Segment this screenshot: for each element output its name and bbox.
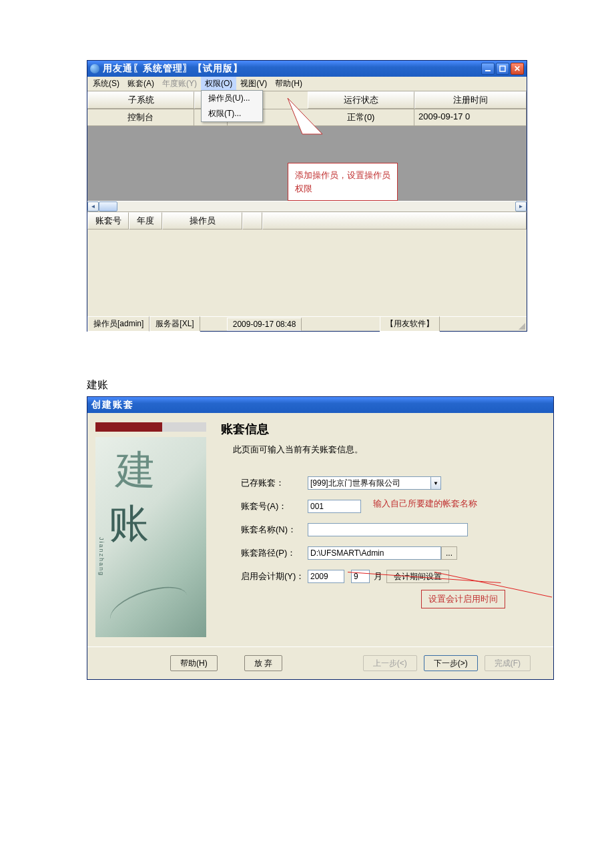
- col2-blank[interactable]: [242, 212, 262, 230]
- col2-acct[interactable]: 账套号: [87, 212, 129, 230]
- scroll-thumb[interactable]: [99, 201, 117, 211]
- status-server: 服务器[XL]: [149, 316, 200, 332]
- status-operator: 操作员[admin]: [87, 316, 149, 332]
- wizard-side-panel: 建 账 Jianzhang: [87, 413, 214, 646]
- menu-auth-label: 权限(O): [205, 79, 232, 88]
- wizard-form-panel: 账套信息 此页面可输入当前有关账套信息。 已存账套： ▼ 账套号(A)： 输入自…: [214, 413, 553, 646]
- label-exist: 已存账套：: [241, 477, 308, 489]
- decor-bar: [95, 422, 206, 432]
- section-label: 建账: [87, 378, 527, 392]
- status-time: 2009-09-17 08:48: [227, 318, 302, 331]
- prev-button: 上一步(<): [363, 655, 417, 671]
- label-name: 账套名称(N)：: [241, 524, 308, 536]
- callout-box: 添加操作员，设置操作员权限: [288, 163, 398, 201]
- lower-grid-body: [87, 230, 527, 316]
- svg-rect-1: [500, 66, 505, 71]
- wizard-subheading: 此页面可输入当前有关账套信息。: [233, 444, 541, 456]
- menu-system[interactable]: 系统(S): [89, 77, 123, 91]
- col-subsystem[interactable]: 子系统: [87, 91, 194, 109]
- auth-dropdown: 操作员(U)... 权限(T)...: [201, 90, 263, 122]
- menubar: 系统(S) 账套(A) 年度账(Y) 权限(O) 操作员(U)... 权限(T)…: [87, 77, 527, 91]
- col-regtime[interactable]: 注册时间: [414, 91, 527, 109]
- menu-year[interactable]: 年度账(Y): [158, 77, 201, 91]
- existing-account-input[interactable]: [308, 476, 430, 490]
- close-button[interactable]: ✕: [511, 63, 524, 75]
- period-year-input[interactable]: [308, 570, 344, 583]
- decor-image: 建 账 Jianzhang: [95, 437, 206, 637]
- unit-month: 月: [370, 570, 386, 582]
- col2-rest[interactable]: [262, 212, 527, 230]
- cancel-button[interactable]: 放 弃: [244, 655, 282, 671]
- account-number-input[interactable]: [308, 500, 361, 513]
- wizard-footer: 帮助(H) 放 弃 上一步(<) 下一步(>) 完成(F): [87, 646, 553, 679]
- label-path: 账套路径(P)：: [241, 547, 308, 559]
- cell-time: 2009-09-17 0: [414, 109, 527, 125]
- wizard-titlebar[interactable]: 创建账套: [87, 397, 553, 413]
- col2-year[interactable]: 年度: [129, 212, 162, 230]
- statusbar: 操作员[admin] 服务器[XL] 2009-09-17 08:48 【用友软…: [87, 316, 527, 331]
- note-name: 输入自己所要建的帐套名称: [373, 498, 477, 510]
- minimize-button[interactable]: [481, 63, 495, 75]
- menu-account[interactable]: 账套(A): [123, 77, 158, 91]
- decor-pinyin: Jianzhang: [98, 537, 105, 576]
- resize-grip-icon[interactable]: [517, 319, 527, 330]
- account-name-input[interactable]: [308, 523, 468, 536]
- scroll-track[interactable]: [99, 201, 515, 211]
- svg-rect-0: [485, 70, 491, 71]
- decor-swash-icon: [105, 579, 192, 636]
- wizard-heading: 账套信息: [221, 421, 541, 437]
- help-button[interactable]: 帮助(H): [170, 655, 218, 671]
- app-icon: [90, 64, 99, 73]
- next-button[interactable]: 下一步(>): [424, 655, 478, 671]
- label-period: 启用会计期(Y)：: [241, 570, 308, 582]
- create-account-window: 创建账套 建 账 Jianzhang 账套信息 此页面可输入当前有关账套信息。 …: [87, 396, 554, 680]
- scroll-left-button[interactable]: ◄: [87, 201, 99, 211]
- upper-grid-body: 添加操作员，设置操作员权限: [87, 126, 527, 201]
- menu-help[interactable]: 帮助(H): [271, 77, 306, 91]
- system-admin-window: 用友通〖系统管理〗【试用版】 ✕ 系统(S) 账套(A) 年度账(Y) 权限(O…: [87, 60, 527, 332]
- cell-console: 控制台: [87, 109, 194, 125]
- horizontal-scrollbar[interactable]: ◄ ►: [87, 201, 527, 212]
- dropdown-operator[interactable]: 操作员(U)...: [202, 91, 262, 106]
- scroll-right-button[interactable]: ►: [515, 201, 527, 211]
- combo-existing-account[interactable]: ▼: [308, 476, 441, 490]
- col2-op[interactable]: 操作员: [162, 212, 242, 230]
- menu-auth[interactable]: 权限(O) 操作员(U)... 权限(T)...: [201, 77, 236, 91]
- dropdown-permission[interactable]: 权限(T)...: [202, 106, 262, 121]
- decor-han2: 账: [109, 497, 149, 551]
- lower-grid-header: 账套号 年度 操作员: [87, 212, 527, 230]
- callout-tail-icon: [282, 93, 356, 166]
- menu-view[interactable]: 视图(V): [236, 77, 271, 91]
- status-brand: 【用友软件】: [380, 316, 440, 332]
- browse-button[interactable]: ...: [441, 546, 457, 560]
- wizard-title: 创建账套: [91, 399, 134, 411]
- titlebar[interactable]: 用友通〖系统管理〗【试用版】 ✕: [87, 61, 527, 77]
- decor-han1: 建: [115, 444, 156, 498]
- note-period: 设置会计启用时间: [421, 590, 505, 608]
- combo-dropdown-button[interactable]: ▼: [430, 476, 441, 490]
- account-path-input[interactable]: [308, 546, 441, 560]
- finish-button: 完成(F): [485, 655, 531, 671]
- svg-marker-2: [288, 98, 322, 134]
- maximize-button[interactable]: [496, 63, 509, 75]
- label-num: 账套号(A)：: [241, 500, 308, 512]
- window-title: 用友通〖系统管理〗【试用版】: [103, 63, 481, 75]
